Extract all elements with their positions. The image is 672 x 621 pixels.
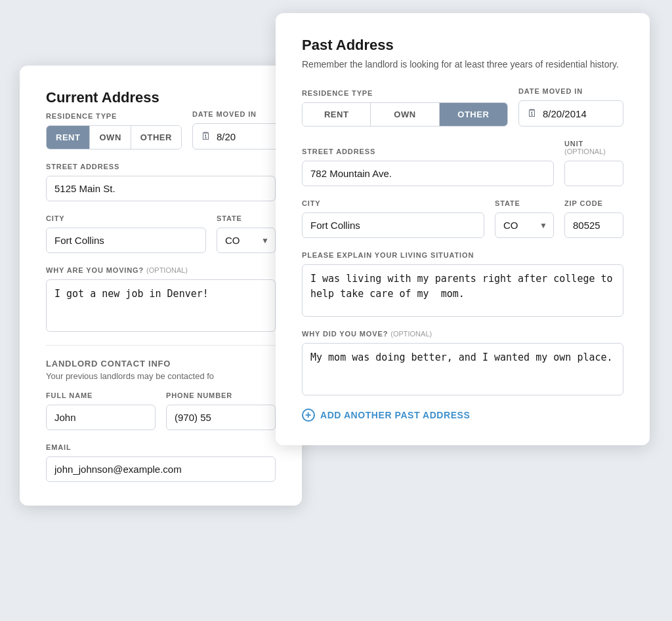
landlord-section-title: LANDLORD CONTACT INFO — [46, 359, 276, 369]
residence-type-toggle: RENT OWN OTHER — [46, 125, 182, 150]
past-rent-btn[interactable]: RENT — [303, 103, 371, 126]
past-address-card: Past Address Remember the landlord is lo… — [276, 13, 650, 445]
phone-input[interactable] — [166, 405, 276, 430]
living-situation-textarea[interactable]: I was living with my parents right after… — [302, 264, 623, 317]
phone-label: PHONE NUMBER — [166, 391, 276, 399]
living-situation-label: PLEASE EXPLAIN YOUR LIVING SITUATION — [302, 251, 623, 259]
past-state-select-wrapper: CO ▼ — [495, 212, 554, 238]
past-unit-input[interactable] — [564, 161, 623, 186]
past-residence-type-label: RESIDENCE TYPE — [302, 89, 508, 97]
state-select-wrapper-current: CO ▼ — [217, 228, 276, 253]
past-zip-input[interactable] — [564, 212, 623, 238]
why-move-textarea[interactable]: My mom was doing better, and I wanted my… — [302, 343, 623, 395]
past-city-label: CITY — [302, 199, 484, 207]
past-date-moved-value: 8/20/2014 — [543, 108, 587, 119]
past-own-btn[interactable]: OWN — [371, 103, 439, 126]
city-label-current: CITY — [46, 214, 206, 222]
why-move-label: WHY DID YOU MOVE? (OPTIONAL) — [302, 330, 623, 338]
past-address-title: Past Address — [302, 37, 623, 54]
past-state-select[interactable]: CO — [495, 212, 554, 238]
past-other-btn[interactable]: OTHER — [440, 103, 507, 126]
email-label: EMAIL — [46, 443, 276, 451]
rent-btn[interactable]: RENT — [47, 126, 90, 149]
past-unit-label: UNIT (OPTIONAL) — [564, 140, 623, 155]
street-address-label-current: STREET ADDRESS — [46, 163, 276, 170]
street-address-input-current[interactable] — [46, 176, 276, 201]
past-date-moved-field[interactable]: 🗓 8/20/2014 — [518, 100, 623, 127]
current-address-card: Current Address RESIDENCE TYPE RENT OWN … — [20, 66, 302, 506]
full-name-input[interactable] — [46, 405, 156, 430]
state-label-current: STATE — [217, 214, 276, 222]
why-moving-label: WHY ARE YOU MOVING? (OPTIONAL) — [46, 266, 276, 274]
divider-landlord — [46, 345, 276, 346]
past-city-input[interactable] — [302, 212, 484, 238]
past-address-subtitle: Remember the landlord is looking for at … — [302, 58, 623, 71]
past-state-label: STATE — [495, 199, 554, 207]
add-past-address-label: ADD ANOTHER PAST ADDRESS — [320, 410, 470, 420]
city-input-current[interactable] — [46, 228, 206, 253]
residence-type-label: RESIDENCE TYPE — [46, 112, 182, 120]
past-residence-type-toggle: RENT OWN OTHER — [302, 102, 508, 127]
why-moving-textarea[interactable]: I got a new job in Denver! — [46, 279, 276, 332]
other-btn[interactable]: OTHER — [131, 126, 181, 149]
date-moved-value-current: 8/20 — [217, 131, 236, 142]
current-address-title: Current Address — [46, 89, 276, 106]
full-name-label: FULL NAME — [46, 391, 156, 399]
past-street-address-input[interactable] — [302, 161, 554, 186]
calendar-icon-past: 🗓 — [527, 108, 537, 119]
add-past-address-button[interactable]: + ADD ANOTHER PAST ADDRESS — [302, 409, 470, 422]
past-street-address-label: STREET ADDRESS — [302, 148, 554, 155]
past-date-moved-label: DATE MOVED IN — [518, 87, 623, 95]
calendar-icon-current: 🗓 — [201, 130, 211, 142]
email-input[interactable] — [46, 456, 276, 482]
landlord-section-subtitle: Your previous landlords may be contacted… — [46, 371, 276, 381]
past-zip-label: ZIP CODE — [564, 199, 623, 207]
own-btn[interactable]: OWN — [90, 126, 131, 149]
state-select-current[interactable]: CO — [217, 228, 276, 253]
add-icon: + — [302, 409, 315, 422]
